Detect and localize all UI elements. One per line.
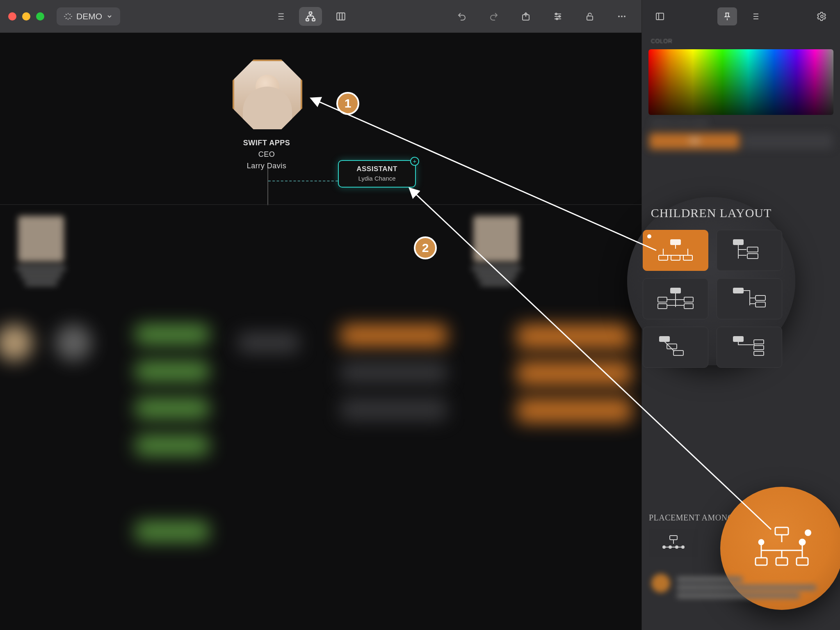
add-assistant-button[interactable]: + <box>410 157 419 166</box>
pin-tab[interactable] <box>717 7 737 25</box>
svg-rect-41 <box>775 527 788 535</box>
svg-point-37 <box>663 546 665 548</box>
svg-point-10 <box>621 16 623 17</box>
svg-rect-30 <box>667 344 677 349</box>
svg-rect-0 <box>309 12 312 14</box>
svg-point-43 <box>799 539 805 545</box>
connector-vertical <box>267 168 268 205</box>
project-label: DEMO <box>76 11 102 21</box>
zoom-window[interactable] <box>36 12 44 21</box>
view-orgchart[interactable] <box>299 7 322 26</box>
close-window[interactable] <box>8 12 16 21</box>
svg-rect-36 <box>670 536 677 540</box>
more-button[interactable] <box>610 7 633 26</box>
list-tab[interactable] <box>745 7 765 25</box>
annotation-badge-1: 1 <box>336 92 359 115</box>
divider-line <box>0 204 641 205</box>
svg-rect-19 <box>747 247 758 252</box>
children-layout-label: CHILDREN LAYOUT <box>627 206 795 220</box>
svg-rect-15 <box>659 255 668 260</box>
connector-dashed <box>268 181 338 181</box>
annotation-badge-2: 2 <box>414 236 437 259</box>
assistant-node[interactable]: + ASSISTANT Lydia Chance <box>338 160 416 188</box>
svg-rect-45 <box>776 558 788 565</box>
titlebar: DEMO <box>0 0 641 33</box>
ceo-name: Larry Davis <box>205 160 328 172</box>
svg-rect-35 <box>754 351 764 355</box>
svg-rect-32 <box>733 337 743 341</box>
svg-rect-12 <box>656 13 664 20</box>
svg-point-7 <box>556 18 558 20</box>
sidebar-footnote <box>651 574 824 601</box>
minimize-window[interactable] <box>22 12 30 21</box>
annotation-badge-1-label: 1 <box>345 96 352 110</box>
ceo-company: SWIFT APPS <box>205 137 328 149</box>
svg-point-11 <box>624 16 625 17</box>
ceo-node-text: SWIFT APPS CEO Larry Davis <box>205 137 328 172</box>
color-spectrum[interactable] <box>648 49 833 115</box>
layout-option-tree-right-indent[interactable] <box>717 278 782 319</box>
display-section-label: DISPLAY ON CHART <box>642 115 840 129</box>
lock-button[interactable] <box>578 7 601 26</box>
display-on-label: ON <box>689 137 699 145</box>
project-selector[interactable]: DEMO <box>57 7 120 25</box>
svg-rect-29 <box>660 337 669 341</box>
svg-point-9 <box>618 16 620 17</box>
svg-rect-27 <box>756 296 765 300</box>
children-layout-lens: CHILDREN LAYOUT <box>627 197 795 365</box>
assistant-title: ASSISTANT <box>342 165 412 173</box>
view-columns[interactable] <box>329 7 352 26</box>
svg-rect-18 <box>733 240 743 245</box>
layout-option-tree-right-stack[interactable] <box>717 230 782 271</box>
canvas[interactable]: SWIFT APPS CEO Larry Davis + ASSISTANT L… <box>0 33 641 630</box>
svg-point-5 <box>555 13 557 15</box>
svg-point-39 <box>676 546 678 548</box>
svg-rect-22 <box>658 297 667 302</box>
svg-rect-44 <box>756 558 767 565</box>
svg-point-6 <box>559 16 560 17</box>
ceo-title: CEO <box>205 149 328 160</box>
svg-rect-25 <box>684 304 693 309</box>
placement-option-inline[interactable] <box>649 529 698 557</box>
svg-rect-28 <box>756 302 765 307</box>
svg-rect-34 <box>754 346 764 350</box>
panel-toggle-button[interactable] <box>650 7 670 25</box>
layout-option-staircase-right[interactable] <box>717 327 782 368</box>
svg-rect-24 <box>658 304 667 309</box>
assistant-name: Lydia Chance <box>342 175 412 182</box>
window-controls <box>8 12 44 21</box>
redo-button[interactable] <box>482 7 505 26</box>
sidebar-toolbar <box>642 0 840 33</box>
share-button[interactable] <box>514 7 537 26</box>
svg-rect-23 <box>684 297 693 302</box>
svg-rect-31 <box>673 351 683 355</box>
svg-rect-20 <box>747 254 758 259</box>
display-on-toggle[interactable]: ON <box>649 133 740 149</box>
toolbar-right <box>450 0 633 33</box>
undo-button[interactable] <box>450 7 473 26</box>
layout-option-tree-balanced[interactable] <box>643 230 708 271</box>
ceo-avatar[interactable] <box>233 60 302 129</box>
child-node-blurred <box>472 216 521 288</box>
layout-option-tree-both-stack[interactable] <box>643 278 708 319</box>
display-off-toggle[interactable] <box>743 133 833 149</box>
annotation-badge-2-label: 2 <box>422 241 429 255</box>
svg-rect-2 <box>312 18 315 21</box>
svg-rect-26 <box>733 288 743 293</box>
chevron-down-icon <box>106 13 113 20</box>
svg-rect-16 <box>671 255 680 260</box>
selection-dot <box>805 529 811 536</box>
svg-point-38 <box>669 546 671 548</box>
svg-rect-33 <box>754 340 764 344</box>
svg-point-42 <box>759 540 764 545</box>
svg-rect-21 <box>671 288 680 293</box>
settings-button[interactable] <box>812 7 832 25</box>
svg-rect-14 <box>671 240 680 245</box>
svg-rect-46 <box>797 558 808 565</box>
layout-option-staircase-left[interactable] <box>643 327 708 368</box>
sliders-button[interactable] <box>546 7 569 26</box>
svg-rect-8 <box>587 16 593 20</box>
view-mode-group <box>269 0 352 33</box>
svg-point-13 <box>821 15 823 18</box>
view-list[interactable] <box>269 7 292 26</box>
